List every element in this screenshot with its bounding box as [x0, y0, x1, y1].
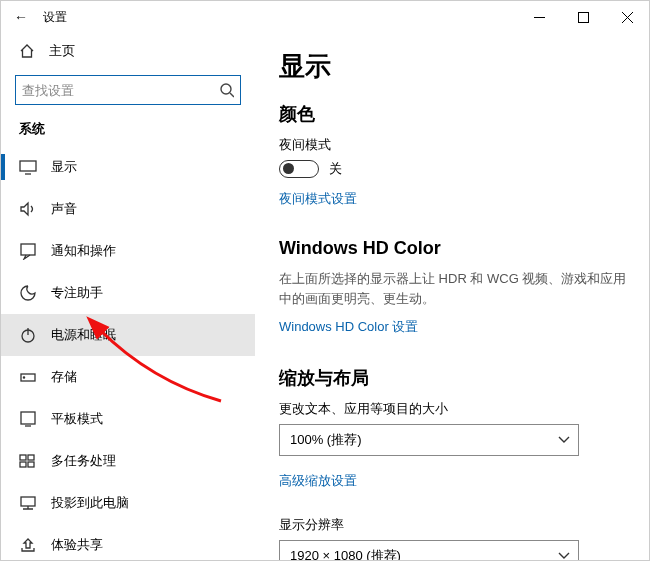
svg-rect-6: [20, 161, 36, 171]
sidebar-item-label: 电源和睡眠: [51, 326, 116, 344]
svg-line-5: [230, 93, 234, 97]
svg-rect-1: [578, 12, 588, 22]
night-mode-label: 夜间模式: [279, 136, 649, 154]
svg-point-12: [23, 377, 24, 378]
sidebar-item-label: 显示: [51, 158, 77, 176]
sidebar-item-multitask[interactable]: 多任务处理: [1, 440, 255, 482]
window-title: 设置: [41, 9, 67, 26]
power-icon: [19, 326, 37, 344]
home-icon: [19, 43, 35, 59]
svg-rect-16: [28, 455, 34, 460]
svg-point-4: [221, 84, 231, 94]
svg-rect-18: [28, 462, 34, 467]
scale-select[interactable]: 100% (推荐): [279, 424, 579, 456]
sidebar-item-label: 主页: [49, 42, 75, 60]
sidebar-item-tablet[interactable]: 平板模式: [1, 398, 255, 440]
sidebar-item-label: 投影到此电脑: [51, 494, 129, 512]
display-icon: [19, 158, 37, 176]
sidebar-item-label: 专注助手: [51, 284, 103, 302]
chevron-down-icon: [558, 434, 570, 446]
close-button[interactable]: [605, 1, 649, 33]
svg-rect-13: [21, 412, 35, 424]
section-heading-scale: 缩放与布局: [279, 366, 649, 390]
sidebar-item-label: 多任务处理: [51, 452, 116, 470]
sidebar-item-label: 声音: [51, 200, 77, 218]
storage-icon: [19, 368, 37, 386]
maximize-button[interactable]: [561, 1, 605, 33]
sidebar-item-sound[interactable]: 声音: [1, 188, 255, 230]
scale-select-value: 100% (推荐): [290, 431, 362, 449]
sidebar-item-storage[interactable]: 存储: [1, 356, 255, 398]
resolution-select[interactable]: 1920 × 1080 (推荐): [279, 540, 579, 560]
sidebar-item-shared[interactable]: 体验共享: [1, 524, 255, 560]
sidebar-item-label: 通知和操作: [51, 242, 116, 260]
search-input[interactable]: [15, 75, 241, 105]
scale-label: 更改文本、应用等项目的大小: [279, 400, 649, 418]
sidebar-item-display[interactable]: 显示: [1, 146, 255, 188]
multitask-icon: [19, 452, 37, 470]
svg-rect-8: [21, 244, 35, 255]
sound-icon: [19, 200, 37, 218]
tablet-icon: [19, 410, 37, 428]
page-title: 显示: [279, 49, 649, 84]
sidebar-item-label: 存储: [51, 368, 77, 386]
svg-rect-15: [20, 455, 26, 460]
night-mode-toggle[interactable]: [279, 160, 319, 178]
svg-rect-17: [20, 462, 26, 467]
hdcolor-description: 在上面所选择的显示器上让 HDR 和 WCG 视频、游戏和应用中的画面更明亮、更…: [279, 269, 629, 308]
back-button[interactable]: ←: [1, 9, 41, 25]
advanced-scale-link[interactable]: 高级缩放设置: [279, 472, 357, 490]
sidebar-item-project[interactable]: 投影到此电脑: [1, 482, 255, 524]
sidebar-item-focus[interactable]: 专注助手: [1, 272, 255, 314]
chevron-down-icon: [558, 550, 570, 560]
sidebar-item-label: 平板模式: [51, 410, 103, 428]
night-mode-settings-link[interactable]: 夜间模式设置: [279, 190, 357, 208]
share-icon: [19, 536, 37, 554]
night-mode-state: 关: [329, 160, 342, 178]
section-heading-color: 颜色: [279, 102, 649, 126]
hdcolor-settings-link[interactable]: Windows HD Color 设置: [279, 318, 418, 336]
sidebar-item-label: 体验共享: [51, 536, 103, 554]
focus-icon: [19, 284, 37, 302]
sidebar-item-notifications[interactable]: 通知和操作: [1, 230, 255, 272]
sidebar-item-power[interactable]: 电源和睡眠: [1, 314, 255, 356]
search-icon: [219, 82, 234, 98]
svg-rect-19: [21, 497, 35, 506]
project-icon: [19, 494, 37, 512]
sidebar-item-home[interactable]: 主页: [1, 33, 255, 69]
resolution-select-value: 1920 × 1080 (推荐): [290, 547, 401, 560]
minimize-button[interactable]: [517, 1, 561, 33]
notification-icon: [19, 242, 37, 260]
resolution-label: 显示分辨率: [279, 516, 649, 534]
section-heading-hdcolor: Windows HD Color: [279, 238, 649, 259]
sidebar-section-heading: 系统: [1, 115, 255, 146]
